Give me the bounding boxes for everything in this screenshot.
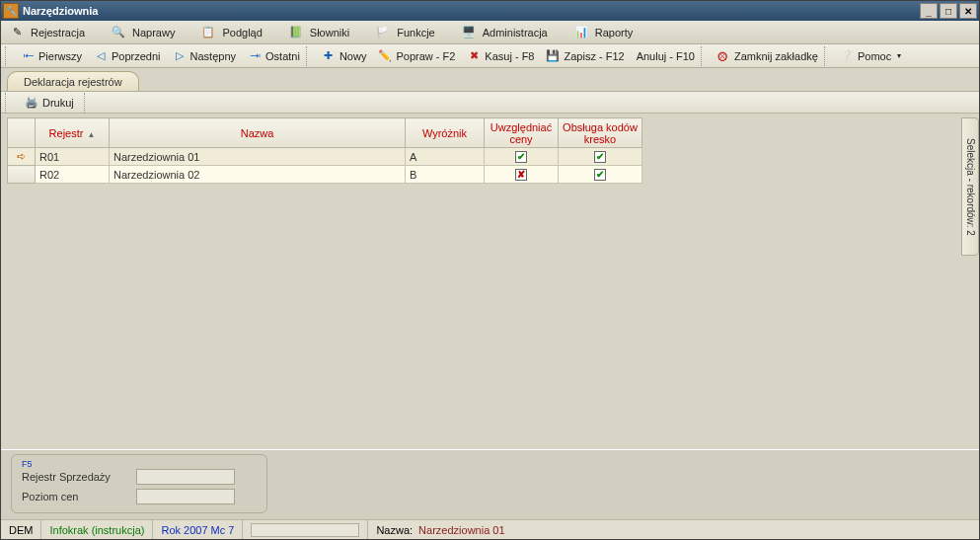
app-icon: 🔧 xyxy=(3,3,19,19)
content-area: Rejestr▲ Nazwa Wyróżnik Uwzględniać ceny… xyxy=(1,114,979,449)
status-dem: DEM xyxy=(1,520,41,539)
cell-rejestr[interactable]: R01 xyxy=(36,148,110,166)
delete-icon: ✖ xyxy=(467,49,481,63)
print-icon: 🖨️ xyxy=(25,96,38,110)
next-icon: ▷ xyxy=(173,49,187,63)
sub-toolbar: 🖨️Drukuj xyxy=(1,92,979,114)
toolbar-sep2 xyxy=(701,46,707,66)
toolbar: ⭰Pierwszy ◁Poprzedni ▷Następny ⭲Ostatni … xyxy=(1,44,979,68)
checkbox-icon: ✔ xyxy=(594,169,606,181)
menu-administracja[interactable]: 🖥️Administracja xyxy=(461,25,548,40)
cell-obsluga[interactable]: ✔ xyxy=(559,148,642,166)
cell-uwzgl[interactable]: ✔ xyxy=(485,148,559,166)
dropdown-icon: ▾ xyxy=(897,51,901,60)
data-grid[interactable]: Rejestr▲ Nazwa Wyróżnik Uwzględniać ceny… xyxy=(7,117,642,184)
prev-icon: ◁ xyxy=(94,49,108,63)
tab-strip: Deklaracja rejestrów xyxy=(1,68,979,92)
last-icon: ⭲ xyxy=(248,49,262,63)
menu-naprawy[interactable]: 🔍Naprawy xyxy=(111,25,175,40)
cell-obsluga[interactable]: ✔ xyxy=(559,166,642,184)
cell-rejestr[interactable]: R02 xyxy=(36,166,110,184)
btn-anuluj[interactable]: Anuluj - F10 xyxy=(631,48,701,64)
close-button[interactable]: ✕ xyxy=(959,3,977,19)
checkbox-icon: ✔ xyxy=(515,151,527,163)
pencil-icon: ✎ xyxy=(9,25,25,40)
btn-pomoc[interactable]: ❔Pomoc▾ xyxy=(834,47,907,65)
wrench-icon: 🔍 xyxy=(111,25,126,40)
clipboard-icon: 📋 xyxy=(200,25,216,40)
cell-nazwa[interactable]: Narzedziownia 02 xyxy=(110,166,406,184)
row-indicator: ➪ xyxy=(8,148,36,166)
status-rok: Rok 2007 Mc 7 xyxy=(153,520,243,539)
row-indicator xyxy=(8,166,36,184)
tab-deklaracja[interactable]: Deklaracja rejestrów xyxy=(7,71,139,91)
btn-pierwszy[interactable]: ⭰Pierwszy xyxy=(15,47,88,65)
filter-form: F5 Rejestr Sprzedaży Poziom cen xyxy=(1,449,979,519)
toolbar-sep xyxy=(306,46,312,66)
cell-wyroznik[interactable]: A xyxy=(406,148,485,166)
input-rejestr-sprzedazy[interactable] xyxy=(136,469,235,485)
table-row[interactable]: ➪R01Narzedziownia 01A✔✔ xyxy=(8,148,642,166)
sub-grip xyxy=(5,93,11,113)
col-rejestr[interactable]: Rejestr▲ xyxy=(36,118,110,148)
close-tab-icon: ⮿ xyxy=(716,49,730,63)
col-wyroznik[interactable]: Wyróżnik xyxy=(406,118,485,148)
titlebar: 🔧 Narzędziownia _ □ ✕ xyxy=(1,1,979,21)
checkbox-icon: ✔ xyxy=(594,151,606,163)
status-nazwa: Nazwa: Narzedziownia 01 xyxy=(368,520,512,539)
toolbar-sep3 xyxy=(824,46,830,66)
side-panel-tab-selekcja[interactable]: Selekcja - rekordów: 2 xyxy=(961,117,979,256)
checkbox-icon: ✘ xyxy=(515,169,527,181)
menubar: ✎Rejestracja 🔍Naprawy 📋Podgląd 📗Słowniki… xyxy=(1,21,979,44)
save-icon: 💾 xyxy=(546,49,560,63)
btn-zamknij[interactable]: ⮿Zamknij zakładkę xyxy=(711,47,824,65)
window-title: Narzędziownia xyxy=(23,5,98,17)
label-rejestr-sprzedazy: Rejestr Sprzedaży xyxy=(22,471,130,483)
report-icon: 📊 xyxy=(573,25,589,40)
edit-icon: ✏️ xyxy=(378,49,392,63)
first-icon: ⭰ xyxy=(21,49,35,63)
btn-poprzedni[interactable]: ◁Poprzedni xyxy=(88,47,167,65)
toolbar-grip xyxy=(5,46,11,66)
table-row[interactable]: R02Narzedziownia 02B✘✔ xyxy=(8,166,642,184)
row-indicator-header xyxy=(8,118,36,148)
menu-rejestracja[interactable]: ✎Rejestracja xyxy=(9,25,85,40)
plus-icon: ✚ xyxy=(322,49,336,63)
btn-drukuj[interactable]: 🖨️Drukuj xyxy=(19,94,80,112)
btn-zapisz[interactable]: 💾Zapisz - F12 xyxy=(540,47,630,65)
menu-funkcje[interactable]: 🏳️Funkcje xyxy=(375,25,435,40)
col-nazwa[interactable]: Nazwa xyxy=(110,118,406,148)
btn-kasuj[interactable]: ✖Kasuj - F8 xyxy=(461,47,540,65)
menu-podglad[interactable]: 📋Podgląd xyxy=(200,25,262,40)
menu-slowniki[interactable]: 📗Słowniki xyxy=(288,25,349,40)
statusbar: DEM Infokrak (instrukcja) Rok 2007 Mc 7 … xyxy=(1,519,979,539)
status-blank xyxy=(243,520,368,539)
btn-nowy[interactable]: ✚Nowy xyxy=(316,47,373,65)
current-row-icon: ➪ xyxy=(17,150,26,162)
admin-icon: 🖥️ xyxy=(461,25,477,40)
input-poziom-cen[interactable] xyxy=(136,489,235,504)
cell-uwzgl[interactable]: ✘ xyxy=(485,166,559,184)
btn-ostatni[interactable]: ⭲Ostatni xyxy=(242,47,306,65)
cell-wyroznik[interactable]: B xyxy=(406,166,485,184)
col-uwzgl[interactable]: Uwzględniać ceny xyxy=(485,118,559,148)
status-infokrak[interactable]: Infokrak (instrukcja) xyxy=(41,520,153,539)
book-icon: 📗 xyxy=(288,25,304,40)
label-poziom-cen: Poziom cen xyxy=(22,491,130,502)
minimize-button[interactable]: _ xyxy=(920,3,938,19)
col-obsluga[interactable]: Obsługa kodów kresko xyxy=(559,118,642,148)
menu-raporty[interactable]: 📊Raporty xyxy=(573,25,634,40)
btn-nastepny[interactable]: ▷Następny xyxy=(167,47,242,65)
flag-icon: 🏳️ xyxy=(375,25,391,40)
cell-nazwa[interactable]: Narzedziownia 01 xyxy=(110,148,406,166)
sub-sep xyxy=(84,93,90,113)
sort-asc-icon: ▲ xyxy=(87,130,95,139)
help-icon: ❔ xyxy=(840,49,854,63)
btn-popraw[interactable]: ✏️Popraw - F2 xyxy=(372,47,461,65)
maximize-button[interactable]: □ xyxy=(940,3,957,19)
